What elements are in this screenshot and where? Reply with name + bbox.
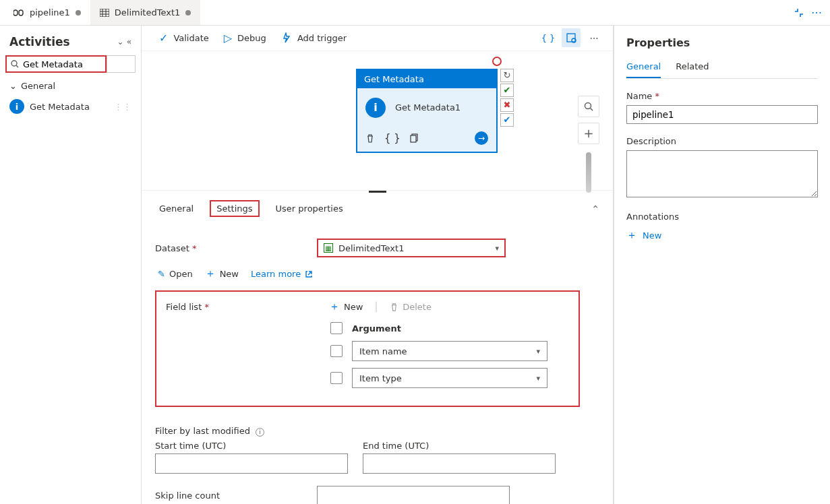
pipeline-name-input[interactable] (626, 105, 818, 124)
tab-general[interactable]: General (155, 201, 198, 216)
properties-panel: Properties General Related Name * Descri… (614, 26, 830, 504)
canvas-add-button[interactable]: + (578, 123, 599, 144)
properties-title: Properties (626, 36, 818, 49)
activity-get-metadata[interactable]: i Get Metadata ⋮⋮ (5, 95, 136, 118)
collapse-panel-icon[interactable]: « (127, 37, 131, 46)
dataset-label: Dataset * (155, 243, 317, 253)
play-icon: ▷ (224, 32, 232, 44)
end-time-input[interactable] (363, 453, 556, 474)
argument-header: Argument (352, 323, 401, 334)
dataset-value: DelimitedText1 (338, 243, 404, 253)
arrow-right-icon[interactable]: → (475, 131, 488, 145)
activities-search-highlighted (5, 55, 107, 73)
plus-icon: ＋ (626, 228, 637, 243)
properties-tab-related[interactable]: Related (676, 61, 709, 78)
toolbar-more-button[interactable]: ⋯ (585, 28, 603, 47)
dataset-dropdown[interactable]: ▦ DelimitedText1 ▾ (317, 239, 506, 257)
annotations-label: Annotations (626, 212, 818, 222)
activity-node-get-metadata[interactable]: Get Metadata i Get Metadata1 { } → (356, 69, 498, 153)
activities-group-general[interactable]: ⌄ General (9, 81, 131, 91)
canvas-search-button[interactable] (578, 96, 599, 117)
tab-settings[interactable]: Settings (210, 200, 259, 217)
start-time-input[interactable] (155, 453, 348, 474)
zoom-slider[interactable] (586, 152, 591, 193)
properties-tab-general[interactable]: General (626, 61, 661, 78)
learn-more-link[interactable]: Learn more (251, 269, 313, 279)
external-link-icon (305, 270, 313, 278)
svg-line-14 (591, 108, 593, 111)
drag-handle-icon[interactable]: ⋮⋮ (114, 102, 131, 112)
svg-point-13 (585, 102, 591, 108)
argument-row-checkbox[interactable] (330, 345, 343, 357)
argument-select-all-checkbox[interactable] (330, 322, 343, 334)
argument-dropdown-item-type[interactable]: Item type ▾ (352, 368, 547, 388)
check-icon: ✓ (159, 32, 168, 44)
activity-config-tabs: General Settings User properties ⌃ (142, 190, 613, 224)
properties-button[interactable] (562, 28, 581, 47)
chevron-down-icon: ▾ (536, 347, 540, 356)
pipeline-canvas[interactable]: Get Metadata i Get Metadata1 { } → (142, 51, 613, 185)
copy-icon[interactable] (410, 133, 419, 143)
field-list-delete-button: Delete (390, 302, 432, 312)
field-list-label: Field list * (166, 302, 318, 312)
completion-icon: ✔ (500, 113, 514, 127)
new-dataset-button[interactable]: ＋ New (205, 267, 239, 281)
field-list-new-button[interactable]: ＋ New (329, 300, 363, 314)
svg-line-8 (16, 65, 18, 67)
panel-resize-handle[interactable] (142, 185, 613, 190)
tab-user-properties[interactable]: User properties (272, 201, 347, 216)
end-time-label: End time (UTC) (363, 441, 556, 451)
description-label: Description (626, 136, 818, 146)
search-icon (11, 60, 19, 68)
dataset-type-icon: ▦ (324, 243, 333, 253)
dataset-icon (100, 9, 109, 17)
tab-label: pipeline1 (30, 7, 70, 18)
success-icon: ✔ (500, 84, 514, 97)
chevron-down-icon: ▾ (495, 244, 499, 253)
svg-rect-9 (567, 34, 575, 42)
skip-line-count-label: Skip line count (155, 491, 317, 501)
svg-point-7 (11, 61, 17, 66)
pipeline-icon (13, 9, 24, 17)
code-icon[interactable]: { } (384, 132, 401, 144)
plus-icon: ＋ (205, 267, 216, 281)
activity-label: Get Metadata (30, 102, 90, 112)
svg-rect-0 (13, 10, 18, 15)
open-dataset-button[interactable]: Open (158, 269, 193, 279)
chevron-down-icon: ⌄ (9, 81, 17, 91)
more-icon[interactable]: ⋯ (811, 6, 822, 19)
trash-icon (390, 303, 398, 311)
validate-button[interactable]: ✓ Validate (159, 32, 209, 44)
fail-icon: ✖ (500, 98, 514, 112)
info-icon: i (9, 99, 24, 114)
delete-icon[interactable] (365, 133, 375, 143)
pipeline-toolbar: ✓ Validate ▷ Debug Add trigger { } ⋯ (142, 26, 613, 51)
top-tab-bar: pipeline1 DelimitedText1 ⋯ (0, 0, 830, 26)
pending-icon: ↻ (500, 69, 514, 82)
expand-all-icon[interactable]: ⌄ (117, 37, 124, 46)
add-annotation-button[interactable]: ＋ New (626, 228, 818, 243)
collapse-arrows-icon[interactable] (794, 7, 804, 18)
node-type-label: Get Metadata (357, 70, 496, 88)
skip-line-count-input[interactable] (317, 486, 510, 504)
debug-button[interactable]: ▷ Debug (224, 32, 266, 44)
argument-row-checkbox[interactable] (330, 372, 343, 384)
tab-delimitedtext1[interactable]: DelimitedText1 (90, 0, 200, 25)
argument-dropdown-item-name[interactable]: Item name ▾ (352, 341, 547, 361)
dirty-dot (185, 10, 191, 15)
tab-pipeline1[interactable]: pipeline1 (4, 0, 90, 25)
info-icon: i (365, 98, 386, 118)
name-label: Name * (626, 91, 818, 101)
info-circle-icon[interactable]: i (256, 428, 264, 437)
filter-by-last-modified-label: Filter by last modified i (155, 426, 599, 437)
svg-rect-2 (100, 9, 109, 17)
dirty-dot (76, 10, 81, 15)
code-view-button[interactable]: { } (539, 28, 558, 47)
breakpoint-indicator[interactable] (492, 57, 502, 66)
pipeline-description-input[interactable] (626, 150, 818, 197)
collapse-settings-icon[interactable]: ⌃ (591, 203, 599, 214)
activities-search[interactable] (23, 59, 104, 69)
node-status-indicators: ↻ ✔ ✖ ✔ (500, 69, 514, 127)
add-trigger-button[interactable]: Add trigger (281, 32, 347, 43)
chevron-down-icon: ▾ (536, 374, 540, 383)
